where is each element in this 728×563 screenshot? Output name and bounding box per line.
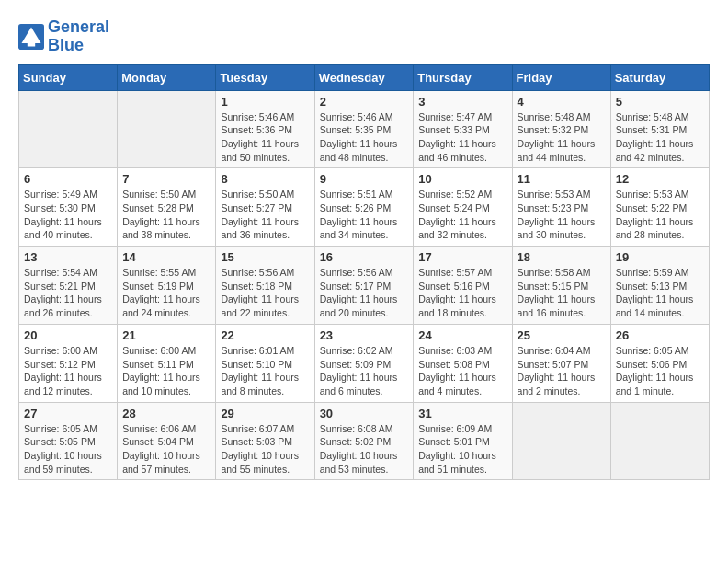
- calendar-cell: [19, 90, 118, 168]
- day-number: 14: [122, 250, 210, 264]
- day-detail: Sunrise: 5:56 AMSunset: 5:17 PMDaylight:…: [320, 266, 409, 320]
- day-number: 3: [418, 95, 506, 109]
- day-number: 12: [616, 172, 704, 186]
- calendar-cell: 10Sunrise: 5:52 AMSunset: 5:24 PMDayligh…: [414, 168, 512, 247]
- day-detail: Sunrise: 6:04 AMSunset: 5:07 PMDaylight:…: [518, 344, 606, 398]
- calendar-week-4: 20Sunrise: 6:00 AMSunset: 5:12 PMDayligh…: [19, 324, 710, 402]
- day-number: 11: [518, 172, 606, 186]
- calendar-cell: 25Sunrise: 6:04 AMSunset: 5:07 PMDayligh…: [512, 324, 610, 402]
- day-detail: Sunrise: 6:05 AMSunset: 5:05 PMDaylight:…: [24, 422, 112, 477]
- day-number: 26: [616, 328, 704, 342]
- day-detail: Sunrise: 6:09 AMSunset: 5:01 PMDaylight:…: [418, 422, 506, 477]
- day-header-friday: Friday: [512, 64, 610, 90]
- logo-text: General Blue: [48, 18, 109, 55]
- calendar-cell: 27Sunrise: 6:05 AMSunset: 5:05 PMDayligh…: [19, 402, 118, 480]
- calendar-cell: 7Sunrise: 5:50 AMSunset: 5:28 PMDaylight…: [118, 168, 216, 247]
- day-detail: Sunrise: 5:50 AMSunset: 5:27 PMDaylight:…: [221, 188, 309, 242]
- day-detail: Sunrise: 5:53 AMSunset: 5:23 PMDaylight:…: [518, 188, 606, 242]
- day-number: 27: [24, 407, 112, 420]
- calendar-cell: 23Sunrise: 6:02 AMSunset: 5:09 PMDayligh…: [314, 324, 414, 402]
- calendar-week-5: 27Sunrise: 6:05 AMSunset: 5:05 PMDayligh…: [19, 402, 710, 480]
- calendar-cell: 24Sunrise: 6:03 AMSunset: 5:08 PMDayligh…: [414, 324, 512, 402]
- day-number: 7: [122, 172, 210, 186]
- day-detail: Sunrise: 5:51 AMSunset: 5:26 PMDaylight:…: [320, 188, 409, 242]
- svg-rect-2: [28, 43, 35, 47]
- day-number: 10: [418, 172, 506, 186]
- calendar-cell: 3Sunrise: 5:47 AMSunset: 5:33 PMDaylight…: [414, 90, 512, 168]
- day-header-tuesday: Tuesday: [216, 64, 314, 90]
- calendar-cell: 31Sunrise: 6:09 AMSunset: 5:01 PMDayligh…: [414, 402, 512, 480]
- day-detail: Sunrise: 6:08 AMSunset: 5:02 PMDaylight:…: [320, 422, 409, 477]
- calendar-cell: 29Sunrise: 6:07 AMSunset: 5:03 PMDayligh…: [216, 402, 314, 480]
- day-number: 9: [320, 172, 409, 186]
- day-number: 20: [24, 328, 112, 342]
- day-detail: Sunrise: 5:48 AMSunset: 5:31 PMDaylight:…: [616, 110, 704, 165]
- day-number: 29: [221, 407, 309, 420]
- day-number: 16: [320, 250, 409, 264]
- day-detail: Sunrise: 5:49 AMSunset: 5:30 PMDaylight:…: [24, 188, 112, 242]
- day-detail: Sunrise: 6:06 AMSunset: 5:04 PMDaylight:…: [122, 422, 210, 477]
- day-detail: Sunrise: 6:00 AMSunset: 5:12 PMDaylight:…: [24, 344, 112, 398]
- calendar-cell: [610, 402, 709, 480]
- calendar-header-row: SundayMondayTuesdayWednesdayThursdayFrid…: [19, 64, 710, 90]
- day-number: 31: [418, 407, 506, 420]
- calendar-cell: [512, 402, 610, 480]
- page-header: General Blue: [18, 18, 710, 55]
- day-header-sunday: Sunday: [19, 64, 118, 90]
- calendar-cell: [118, 90, 216, 168]
- day-number: 30: [320, 407, 409, 420]
- day-header-saturday: Saturday: [610, 64, 709, 90]
- calendar-cell: 16Sunrise: 5:56 AMSunset: 5:17 PMDayligh…: [314, 247, 414, 325]
- day-detail: Sunrise: 5:57 AMSunset: 5:16 PMDaylight:…: [418, 266, 506, 320]
- day-number: 6: [24, 172, 112, 186]
- calendar-cell: 9Sunrise: 5:51 AMSunset: 5:26 PMDaylight…: [314, 168, 414, 247]
- day-detail: Sunrise: 6:05 AMSunset: 5:06 PMDaylight:…: [616, 344, 704, 398]
- calendar-week-1: 1Sunrise: 5:46 AMSunset: 5:36 PMDaylight…: [19, 90, 710, 168]
- day-number: 2: [320, 95, 409, 109]
- day-detail: Sunrise: 5:58 AMSunset: 5:15 PMDaylight:…: [518, 266, 606, 320]
- day-number: 13: [24, 250, 112, 264]
- logo-icon: [18, 24, 44, 50]
- day-number: 18: [518, 250, 606, 264]
- day-number: 4: [518, 95, 606, 109]
- calendar-cell: 8Sunrise: 5:50 AMSunset: 5:27 PMDaylight…: [216, 168, 314, 247]
- calendar-cell: 21Sunrise: 6:00 AMSunset: 5:11 PMDayligh…: [118, 324, 216, 402]
- calendar-cell: 20Sunrise: 6:00 AMSunset: 5:12 PMDayligh…: [19, 324, 118, 402]
- day-number: 23: [320, 328, 409, 342]
- calendar-week-2: 6Sunrise: 5:49 AMSunset: 5:30 PMDaylight…: [19, 168, 710, 247]
- day-number: 5: [616, 95, 704, 109]
- day-number: 15: [221, 250, 309, 264]
- logo: General Blue: [18, 18, 109, 55]
- calendar-table: SundayMondayTuesdayWednesdayThursdayFrid…: [18, 64, 710, 481]
- calendar-cell: 4Sunrise: 5:48 AMSunset: 5:32 PMDaylight…: [512, 90, 610, 168]
- calendar-cell: 30Sunrise: 6:08 AMSunset: 5:02 PMDayligh…: [314, 402, 414, 480]
- day-detail: Sunrise: 5:50 AMSunset: 5:28 PMDaylight:…: [122, 188, 210, 242]
- calendar-cell: 14Sunrise: 5:55 AMSunset: 5:19 PMDayligh…: [118, 247, 216, 325]
- day-detail: Sunrise: 6:01 AMSunset: 5:10 PMDaylight:…: [221, 344, 309, 398]
- calendar-cell: 12Sunrise: 5:53 AMSunset: 5:22 PMDayligh…: [610, 168, 709, 247]
- day-detail: Sunrise: 5:53 AMSunset: 5:22 PMDaylight:…: [616, 188, 704, 242]
- day-detail: Sunrise: 5:47 AMSunset: 5:33 PMDaylight:…: [418, 110, 506, 165]
- day-header-thursday: Thursday: [414, 64, 512, 90]
- day-detail: Sunrise: 6:02 AMSunset: 5:09 PMDaylight:…: [320, 344, 409, 398]
- calendar-cell: 19Sunrise: 5:59 AMSunset: 5:13 PMDayligh…: [610, 247, 709, 325]
- day-number: 25: [518, 328, 606, 342]
- day-number: 8: [221, 172, 309, 186]
- day-number: 28: [122, 407, 210, 420]
- day-number: 24: [418, 328, 506, 342]
- day-detail: Sunrise: 5:48 AMSunset: 5:32 PMDaylight:…: [518, 110, 606, 165]
- day-number: 17: [418, 250, 506, 264]
- day-detail: Sunrise: 5:55 AMSunset: 5:19 PMDaylight:…: [122, 266, 210, 320]
- calendar-cell: 17Sunrise: 5:57 AMSunset: 5:16 PMDayligh…: [414, 247, 512, 325]
- calendar-week-3: 13Sunrise: 5:54 AMSunset: 5:21 PMDayligh…: [19, 247, 710, 325]
- day-header-wednesday: Wednesday: [314, 64, 414, 90]
- day-number: 21: [122, 328, 210, 342]
- calendar-cell: 11Sunrise: 5:53 AMSunset: 5:23 PMDayligh…: [512, 168, 610, 247]
- day-detail: Sunrise: 6:00 AMSunset: 5:11 PMDaylight:…: [122, 344, 210, 398]
- calendar-cell: 22Sunrise: 6:01 AMSunset: 5:10 PMDayligh…: [216, 324, 314, 402]
- day-detail: Sunrise: 5:59 AMSunset: 5:13 PMDaylight:…: [616, 266, 704, 320]
- calendar-cell: 2Sunrise: 5:46 AMSunset: 5:35 PMDaylight…: [314, 90, 414, 168]
- day-detail: Sunrise: 5:56 AMSunset: 5:18 PMDaylight:…: [221, 266, 309, 320]
- calendar-cell: 1Sunrise: 5:46 AMSunset: 5:36 PMDaylight…: [216, 90, 314, 168]
- day-number: 19: [616, 250, 704, 264]
